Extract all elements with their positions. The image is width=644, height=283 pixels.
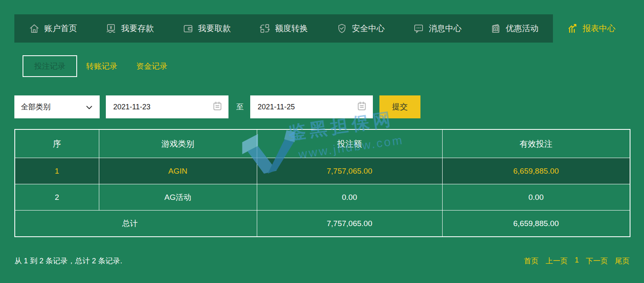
cell-valid-bet: 0.00 bbox=[442, 184, 630, 211]
transfer-cycle-icon bbox=[259, 23, 270, 34]
tab-bet-records[interactable]: 投注记录 bbox=[23, 55, 77, 77]
date-range-separator: 至 bbox=[236, 102, 244, 112]
nav-item-deposit[interactable]: ¥ 我要存款 bbox=[91, 14, 169, 43]
table-footer: 从 1 到 2 条记录，总计 2 条记录. 首页 上一页 1 下一页 尾页 bbox=[0, 256, 644, 266]
nav-item-security[interactable]: 安全中心 bbox=[322, 14, 399, 43]
cell-valid-bet: 6,659,885.00 bbox=[442, 158, 630, 184]
promo-packet-icon: ¥ bbox=[490, 23, 501, 34]
nav-label: 额度转换 bbox=[275, 23, 308, 34]
nav-item-credit-transfer[interactable]: 额度转换 bbox=[245, 14, 322, 43]
chevron-down-icon bbox=[86, 103, 92, 111]
column-header-game-category: 游戏类别 bbox=[99, 129, 257, 158]
cell-game: AGIN bbox=[99, 158, 257, 184]
start-date-input[interactable]: 2021-11-23 bbox=[106, 95, 228, 118]
withdraw-wallet-icon bbox=[183, 23, 194, 34]
start-date-value: 2021-11-23 bbox=[113, 103, 151, 111]
tab-label: 投注记录 bbox=[34, 61, 66, 72]
pagination-next[interactable]: 下一页 bbox=[586, 256, 608, 266]
home-icon bbox=[29, 23, 40, 34]
column-header-valid-bet: 有效投注 bbox=[442, 129, 630, 158]
filter-bar: 全部类别 2021-11-23 至 2021-11-25 bbox=[14, 95, 630, 118]
nav-label: 报表中心 bbox=[582, 23, 615, 34]
nav-label: 我要存款 bbox=[121, 23, 154, 34]
nav-label: 账户首页 bbox=[44, 23, 77, 34]
category-selected-value: 全部类别 bbox=[21, 102, 50, 112]
calendar-icon bbox=[356, 101, 367, 113]
nav-label: 优惠活动 bbox=[506, 23, 539, 34]
nav-item-withdraw[interactable]: 我要取款 bbox=[168, 14, 245, 43]
records-summary: 从 1 到 2 条记录，总计 2 条记录. bbox=[14, 256, 122, 266]
category-select[interactable]: 全部类别 bbox=[14, 95, 100, 118]
shield-check-icon bbox=[336, 23, 347, 34]
message-bubble-icon bbox=[413, 23, 424, 34]
calendar-icon bbox=[212, 101, 223, 113]
deposit-icon: ¥ bbox=[105, 23, 116, 34]
table-total-row: 总计 7,757,065.00 6,659,885.00 bbox=[15, 211, 630, 237]
cell-index: 2 bbox=[15, 184, 99, 211]
nav-item-account-home[interactable]: 账户首页 bbox=[14, 14, 91, 43]
report-chart-icon bbox=[567, 23, 578, 34]
svg-text:¥: ¥ bbox=[110, 25, 113, 30]
total-label: 总计 bbox=[15, 211, 257, 237]
table-row: 1 AGIN 7,757,065.00 6,659,885.00 bbox=[15, 158, 630, 184]
total-bet-amount: 7,757,065.00 bbox=[257, 211, 442, 237]
nav-item-reports[interactable]: 报表中心 bbox=[553, 14, 630, 43]
nav-item-messages[interactable]: 消息中心 bbox=[399, 14, 476, 43]
pagination-page-1[interactable]: 1 bbox=[575, 256, 579, 266]
table-header-row: 序 游戏类别 投注额 有效投注 bbox=[15, 129, 630, 158]
nav-item-promotions[interactable]: ¥ 优惠活动 bbox=[476, 14, 553, 43]
record-tabs: 投注记录 转账记录 资金记录 bbox=[14, 55, 630, 77]
end-date-input[interactable]: 2021-11-25 bbox=[250, 95, 373, 118]
bet-records-table: 序 游戏类别 投注额 有效投注 1 AGIN 7,757,065.00 6,65… bbox=[14, 129, 630, 237]
cell-bet-amount: 0.00 bbox=[257, 184, 442, 211]
pagination-first[interactable]: 首页 bbox=[524, 256, 539, 266]
nav-label: 我要取款 bbox=[198, 23, 231, 34]
total-valid-bet: 6,659,885.00 bbox=[442, 211, 630, 237]
tab-fund-records[interactable]: 资金记录 bbox=[136, 61, 167, 72]
column-header-bet-amount: 投注额 bbox=[257, 129, 442, 158]
cell-bet-amount: 7,757,065.00 bbox=[257, 158, 442, 184]
nav-label: 安全中心 bbox=[352, 23, 385, 34]
svg-text:¥: ¥ bbox=[495, 27, 497, 31]
cell-game: AG活动 bbox=[99, 184, 257, 211]
table-row: 2 AG活动 0.00 0.00 bbox=[15, 184, 630, 211]
tab-transfer-records[interactable]: 转账记录 bbox=[86, 61, 117, 72]
end-date-value: 2021-11-25 bbox=[258, 103, 295, 111]
main-navbar: 账户首页 ¥ 我要存款 我要取款 bbox=[14, 14, 630, 43]
submit-button[interactable]: 提交 bbox=[379, 95, 420, 118]
pagination-last[interactable]: 尾页 bbox=[615, 256, 630, 266]
cell-index: 1 bbox=[15, 158, 99, 184]
nav-label: 消息中心 bbox=[429, 23, 461, 34]
column-header-index: 序 bbox=[15, 129, 99, 158]
report-content: 投注记录 转账记录 资金记录 全部类别 2021-11-23 至 2021-11… bbox=[0, 55, 644, 237]
pagination: 首页 上一页 1 下一页 尾页 bbox=[524, 256, 630, 266]
pagination-prev[interactable]: 上一页 bbox=[546, 256, 568, 266]
